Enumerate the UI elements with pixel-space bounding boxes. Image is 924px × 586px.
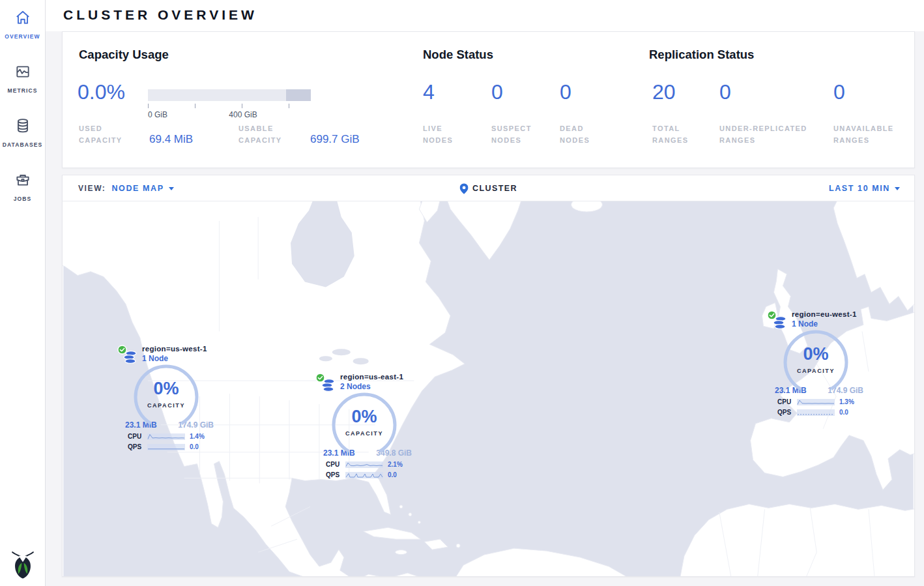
capacity-ring: 0% CAPACITY	[782, 329, 850, 396]
region-capacity-label: CAPACITY	[330, 430, 398, 437]
dead-nodes-value: 0	[560, 80, 571, 104]
home-icon	[14, 9, 31, 29]
sidebar: OVERVIEW METRICS DATABASES	[0, 0, 46, 586]
region-name: region=us-west-1	[142, 345, 215, 353]
live-nodes-label: LIVE NODES	[423, 123, 475, 146]
under-replicated-ranges-label: UNDER-REPLICATED RANGES	[719, 123, 824, 146]
sidebar-item-label: OVERVIEW	[5, 33, 40, 40]
cpu-label: CPU	[326, 461, 345, 468]
region-capacity-label: CAPACITY	[782, 368, 850, 374]
suspect-nodes-label: SUSPECT NODES	[491, 123, 543, 146]
total-ranges-value: 20	[652, 80, 676, 104]
sidebar-item-databases[interactable]: DATABASES	[0, 117, 45, 148]
qps-label: QPS	[128, 443, 147, 450]
cpu-sparkline	[147, 433, 185, 440]
region-marker-us-west-1[interactable]: region=us-west-1 1 Node 0% CAPACITY 23.1…	[117, 345, 215, 450]
capacity-ring: 0% CAPACITY	[132, 363, 200, 431]
region-marker-eu-west-1[interactable]: region=eu-west-1 1 Node 0% CAPACITY 23.1…	[767, 310, 865, 416]
chevron-down-icon	[169, 187, 174, 190]
world-map: region=us-west-1 1 Node 0% CAPACITY 23.1…	[63, 201, 914, 576]
page-title: CLUSTER OVERVIEW	[63, 7, 257, 23]
cpu-sparkline	[797, 399, 835, 405]
time-range-value: LAST 10 MIN	[829, 184, 890, 193]
metrics-icon	[14, 63, 31, 83]
capacity-bar-reserved	[286, 89, 311, 101]
region-node-count: 2 Nodes	[340, 382, 413, 391]
sidebar-item-label: JOBS	[14, 196, 32, 202]
qps-sparkline	[147, 444, 185, 450]
main-content: CLUSTER OVERVIEW Capacity Usage 0.0% 0 G…	[46, 0, 924, 586]
region-node-count: 1 Node	[142, 354, 215, 363]
qps-label: QPS	[326, 471, 345, 478]
qps-sparkline	[797, 409, 835, 416]
jobs-icon	[14, 171, 31, 191]
used-capacity-label: USED CAPACITY	[79, 123, 139, 146]
region-name: region=us-east-1	[340, 373, 413, 381]
unavailable-ranges-value: 0	[833, 80, 845, 104]
cpu-label: CPU	[128, 433, 147, 440]
sidebar-item-label: METRICS	[8, 87, 38, 94]
live-nodes-value: 4	[423, 80, 435, 104]
capacity-tick-0: 0 GiB	[148, 110, 167, 119]
view-selector-value: NODE MAP	[111, 184, 164, 193]
sidebar-item-label: DATABASES	[3, 141, 43, 148]
view-label: VIEW:	[78, 184, 106, 193]
cockroachdb-logo	[10, 551, 35, 582]
region-capacity-percent: 0%	[132, 379, 200, 399]
view-selector-dropdown[interactable]: NODE MAP	[111, 184, 173, 193]
sidebar-item-metrics[interactable]: METRICS	[0, 63, 45, 94]
map-toolbar: VIEW: NODE MAP CLUSTER LAST 10 MIN	[63, 175, 914, 201]
breadcrumb[interactable]: CLUSTER	[459, 175, 517, 201]
qps-sparkline	[345, 472, 383, 478]
usable-capacity-label: USABLE CAPACITY	[238, 123, 298, 146]
suspect-nodes-value: 0	[491, 80, 503, 104]
map-pin-icon	[459, 183, 468, 194]
cluster-summary-panel: Capacity Usage 0.0% 0 GiB 400 GiB USED C…	[62, 31, 915, 168]
used-capacity-value: 69.4 MiB	[149, 133, 193, 146]
qps-label: QPS	[777, 409, 797, 416]
page-header: CLUSTER OVERVIEW	[46, 0, 924, 31]
qps-value: 0.0	[190, 443, 199, 450]
dead-nodes-label: DEAD NODES	[560, 123, 612, 146]
sidebar-item-overview[interactable]: OVERVIEW	[0, 9, 45, 40]
cpu-label: CPU	[777, 398, 797, 405]
replication-status-title: Replication Status	[649, 48, 754, 62]
databases-icon	[14, 117, 31, 137]
capacity-used-percent: 0.0%	[78, 80, 125, 104]
cpu-value: 1.4%	[190, 433, 205, 440]
capacity-usage-title: Capacity Usage	[79, 48, 169, 62]
qps-value: 0.0	[839, 409, 848, 416]
capacity-tick-400: 400 GiB	[229, 110, 257, 119]
unavailable-ranges-label: UNAVAILABLE RANGES	[833, 123, 912, 146]
region-marker-us-east-1[interactable]: region=us-east-1 2 Nodes 0% CAPACITY 23.…	[315, 373, 413, 478]
region-node-count: 1 Node	[792, 319, 865, 329]
cpu-value: 1.3%	[839, 398, 854, 405]
breadcrumb-cluster: CLUSTER	[472, 184, 517, 193]
total-ranges-label: TOTAL RANGES	[652, 123, 711, 146]
cpu-sparkline	[345, 461, 383, 468]
sidebar-item-jobs[interactable]: JOBS	[0, 171, 45, 202]
node-map-panel: VIEW: NODE MAP CLUSTER LAST 10 MIN	[62, 175, 915, 577]
under-replicated-ranges-value: 0	[719, 80, 731, 104]
cpu-value: 2.1%	[388, 461, 403, 468]
region-name: region=eu-west-1	[792, 310, 865, 318]
chevron-down-icon	[895, 187, 900, 190]
region-capacity-percent: 0%	[330, 407, 398, 427]
region-capacity-percent: 0%	[782, 344, 850, 364]
time-range-dropdown[interactable]: LAST 10 MIN	[829, 175, 900, 201]
capacity-ring: 0% CAPACITY	[330, 391, 398, 459]
node-status-title: Node Status	[423, 48, 493, 62]
qps-value: 0.0	[388, 471, 397, 478]
usable-capacity-value: 699.7 GiB	[310, 133, 360, 146]
capacity-bar	[148, 89, 311, 101]
region-capacity-label: CAPACITY	[132, 402, 200, 409]
